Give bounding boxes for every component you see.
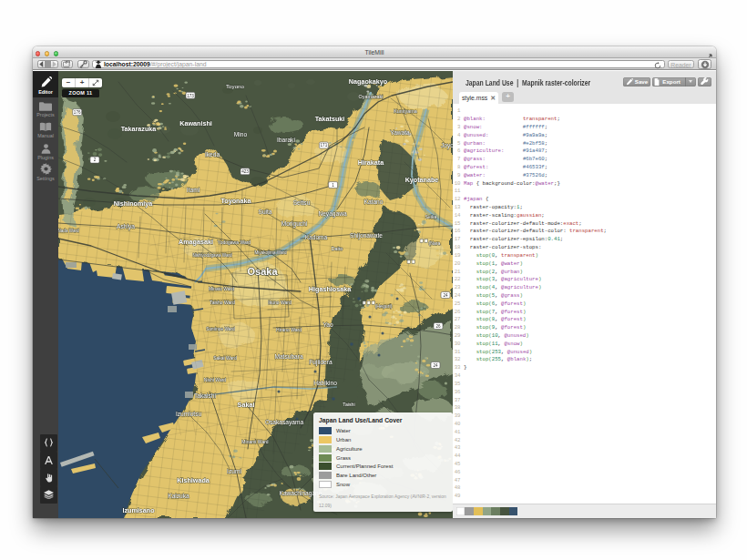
svg-text:Toyonaka: Toyonaka — [220, 197, 251, 205]
svg-text:26: 26 — [435, 324, 441, 329]
svg-text:173: 173 — [187, 94, 194, 98]
svg-text:Nishinomiya: Nishinomiya — [114, 199, 154, 208]
svg-text:24: 24 — [443, 293, 448, 298]
svg-text:Izumisano: Izumisano — [122, 506, 155, 514]
svg-text:Izumi: Izumi — [227, 468, 241, 474]
svg-text:1: 1 — [332, 183, 334, 188]
svg-text:Takatsuki: Takatsuki — [315, 115, 345, 123]
svg-text:Hirano Ward: Hirano Ward — [276, 327, 302, 332]
svg-text:Amagasaki: Amagasaki — [179, 238, 213, 246]
svg-text:Oyamazaki: Oyamazaki — [359, 94, 384, 99]
svg-text:Takaishi: Takaishi — [194, 392, 216, 399]
svg-text:Toyono: Toyono — [226, 83, 245, 89]
svg-text:Nishi Ward: Nishi Ward — [204, 377, 226, 382]
svg-text:2: 2 — [94, 158, 97, 162]
svg-text:Yawata: Yawata — [390, 129, 410, 136]
svg-text:Izumiotsu: Izumiotsu — [176, 411, 202, 417]
svg-text:Katano: Katano — [364, 199, 384, 205]
svg-text:Higashiosaka: Higashiosaka — [309, 285, 352, 293]
svg-text:Nishiyodogawa Ward: Nishiyodogawa Ward — [192, 253, 232, 258]
svg-text:Habikino: Habikino — [313, 380, 337, 386]
svg-text:Yao: Yao — [322, 321, 333, 328]
svg-text:Minato Ward: Minato Ward — [209, 286, 234, 291]
svg-text:Seika: Seika — [425, 214, 437, 219]
svg-text:Hirakata: Hirakata — [358, 158, 384, 167]
svg-text:Taisho Ward: Taisho Ward — [210, 300, 235, 305]
svg-text:171: 171 — [321, 143, 328, 148]
svg-text:Ikuno Ward: Ikuno Ward — [268, 300, 292, 305]
svg-text:Suminoe Ward: Suminoe Ward — [206, 327, 235, 331]
svg-text:Ikeda: Ikeda — [205, 151, 220, 158]
svg-text:Shijonawate: Shijonawate — [350, 232, 383, 239]
svg-text:Settsu: Settsu — [293, 199, 311, 206]
svg-text:Taishi: Taishi — [343, 402, 354, 407]
svg-text:Osakasayama: Osakasayama — [265, 419, 303, 426]
svg-text:Sakai Ward: Sakai Ward — [213, 355, 237, 361]
svg-text:Neyagawa: Neyagawa — [318, 210, 346, 218]
svg-text:Nagaokakyo: Nagaokakyo — [349, 77, 388, 86]
svg-text:Ibaraki: Ibaraki — [277, 137, 295, 143]
svg-text:Kaizuka: Kaizuka — [168, 493, 189, 499]
svg-text:423: 423 — [241, 169, 249, 174]
svg-text:Kishiwada: Kishiwada — [177, 476, 210, 484]
svg-text:176: 176 — [74, 110, 81, 115]
svg-text:(Heguri): (Heguri) — [375, 303, 393, 309]
svg-text:Kadoma: Kadoma — [305, 234, 328, 240]
svg-text:Kumiyama: Kumiyama — [394, 108, 416, 114]
svg-text:Itami: Itami — [187, 187, 200, 193]
svg-text:Yodogawa Ward: Yodogawa Ward — [218, 239, 251, 245]
svg-text:Kyotanabe: Kyotanabe — [405, 176, 439, 184]
svg-text:Moriguchi: Moriguchi — [281, 220, 308, 228]
svg-text:Sakai: Sakai — [238, 401, 255, 409]
svg-text:Miyakojima Ward: Miyakojima Ward — [254, 250, 286, 255]
svg-text:Mino: Mino — [234, 131, 248, 137]
svg-text:Matsubara: Matsubara — [274, 353, 302, 360]
svg-text:Nada Ward: Nada Ward — [58, 229, 79, 233]
svg-text:Osaka: Osaka — [247, 266, 278, 277]
svg-text:Minami Ward: Minami Ward — [241, 439, 268, 444]
svg-text:Kawanishi: Kawanishi — [179, 119, 212, 127]
svg-text:Ashiya: Ashiya — [117, 223, 135, 230]
svg-text:Daito: Daito — [332, 246, 343, 251]
svg-text:(Nara: (Nara — [429, 240, 441, 246]
svg-text:Joyo: Joyo — [441, 142, 453, 149]
svg-text:Suita: Suita — [258, 209, 271, 215]
svg-text:24: 24 — [433, 363, 438, 368]
svg-text:Fujiidera: Fujiidera — [309, 359, 333, 366]
svg-text:Takarazuka: Takarazuka — [121, 125, 158, 133]
